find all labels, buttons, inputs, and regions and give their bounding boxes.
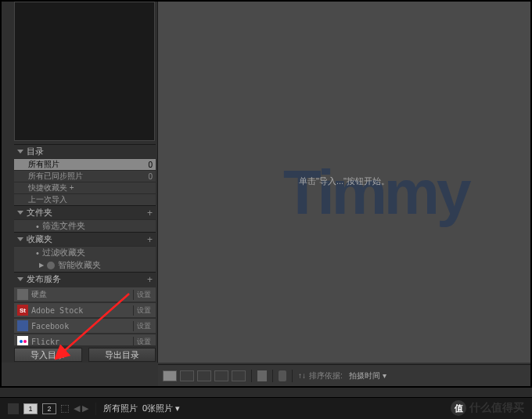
sort-label: 排序依据:	[309, 370, 343, 381]
preview-navigator[interactable]	[14, 2, 155, 141]
export-catalog-button[interactable]: 导出目录	[88, 348, 156, 362]
setup-button[interactable]: 设置	[133, 290, 154, 300]
folders-title: 文件夹	[27, 207, 147, 219]
publish-section-header[interactable]: 发布服务 +	[14, 272, 156, 286]
publish-service-facebook[interactable]: Facebook 设置	[14, 319, 156, 333]
import-hint-text: 单击"导入..."按钮开始。	[158, 175, 530, 187]
publish-service-harddrive[interactable]: 硬盘 设置	[14, 287, 156, 302]
catalog-section-header[interactable]: 目录	[14, 144, 156, 158]
sort-dropdown[interactable]: 拍摄时间 ▾	[346, 370, 390, 381]
window-2-button[interactable]: 2	[42, 403, 56, 414]
catalog-item-all-photos[interactable]: 所有照片 0	[14, 158, 156, 170]
collections-title: 收藏夹	[27, 233, 147, 245]
catalog-title: 目录	[27, 146, 153, 157]
folders-filter[interactable]: • 筛选文件夹	[14, 219, 156, 232]
catalog-item-quick[interactable]: 快捷收藏夹 +	[14, 182, 156, 193]
catalog-item-synced[interactable]: 所有已同步照片 0	[14, 170, 156, 182]
left-panel: 目录 所有照片 0 所有已同步照片 0 快捷收藏夹 + 上一次导入	[2, 2, 158, 363]
grid-view-button[interactable]	[163, 370, 177, 381]
watermark-text: Timmy	[283, 157, 468, 229]
plus-icon[interactable]: +	[147, 208, 153, 219]
survey-view-button[interactable]	[214, 370, 228, 381]
site-watermark: 值 什么值得买	[451, 400, 524, 416]
bottom-toolbar: ↑↓ 排序依据: 拍摄时间 ▾	[158, 364, 530, 386]
triangle-down-icon	[17, 237, 23, 241]
catalog-item-last-import[interactable]: 上一次导入	[14, 193, 156, 205]
filmstrip-source-label[interactable]: 所有照片	[103, 403, 138, 414]
folders-section-header[interactable]: 文件夹 +	[14, 205, 156, 219]
badge-icon: 值	[451, 400, 466, 416]
publish-title: 发布服务	[27, 273, 147, 285]
folder-icon	[47, 262, 55, 269]
setup-button[interactable]: 设置	[133, 337, 154, 346]
tag-icon[interactable]	[257, 370, 267, 381]
publish-service-adobestock[interactable]: St Adobe Stock 设置	[14, 303, 156, 317]
facebook-icon	[17, 320, 28, 331]
plus-icon[interactable]: +	[147, 234, 153, 245]
triangle-down-icon	[17, 277, 23, 281]
triangle-down-icon	[17, 150, 23, 154]
import-catalog-button[interactable]: 导入目录	[14, 348, 82, 362]
people-view-button[interactable]	[232, 370, 246, 381]
spray-icon[interactable]	[279, 370, 286, 381]
smart-collections[interactable]: ▶ 智能收藏夹	[14, 258, 156, 272]
grid-icon[interactable]	[61, 405, 69, 413]
flickr-icon	[17, 336, 28, 345]
plus-icon[interactable]: +	[147, 274, 153, 285]
compare-view-button[interactable]	[197, 370, 211, 381]
collections-filter[interactable]: • 过滤收藏夹	[14, 246, 156, 258]
loupe-view-button[interactable]	[180, 370, 194, 381]
publish-service-flickr[interactable]: Flickr 设置	[14, 334, 156, 345]
collections-section-header[interactable]: 收藏夹 +	[14, 232, 156, 246]
setup-button[interactable]: 设置	[133, 321, 154, 331]
setup-button[interactable]: 设置	[133, 305, 154, 316]
window-1-button[interactable]: 1	[23, 403, 38, 414]
triangle-down-icon	[17, 211, 23, 215]
main-content-area: Timmy 单击"导入..."按钮开始。	[158, 2, 530, 363]
adobestock-icon: St	[17, 305, 28, 316]
second-monitor-icon[interactable]	[8, 403, 19, 414]
harddrive-icon	[17, 289, 28, 300]
filmstrip-count[interactable]: 0张照片 ▾	[142, 403, 180, 414]
